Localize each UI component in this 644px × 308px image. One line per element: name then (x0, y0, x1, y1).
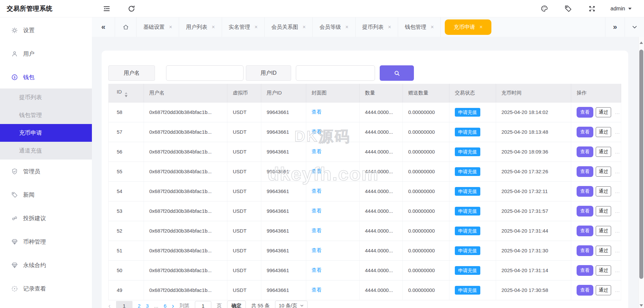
cover-view-link[interactable]: 查看 (312, 208, 322, 213)
sort-arrows-icon[interactable] (125, 92, 127, 97)
cover-view-link[interactable]: 查看 (312, 267, 322, 273)
close-icon[interactable]: × (479, 24, 482, 30)
cover-view-link[interactable]: 查看 (312, 188, 322, 194)
approve-button[interactable]: 通过 (596, 265, 611, 275)
cover-view-link[interactable]: 查看 (312, 109, 322, 115)
tabs-scroll-right-button[interactable]: » (605, 17, 625, 37)
sidebar-item-7[interactable]: 币种管理 (0, 234, 92, 249)
more-actions[interactable]: … (615, 109, 621, 115)
pagination-page-6[interactable]: 6 (164, 303, 166, 308)
pagination-prev[interactable]: ‹ (108, 302, 111, 308)
view-button[interactable]: 查看 (577, 107, 593, 118)
username-input[interactable] (166, 65, 244, 81)
cover-view-link[interactable]: 查看 (312, 168, 322, 174)
close-icon[interactable]: × (431, 24, 434, 30)
fullscreen-icon[interactable] (588, 5, 596, 13)
cover-view-link[interactable]: 查看 (312, 228, 322, 233)
sidebar-item-4[interactable]: 管理员 (0, 164, 92, 179)
view-button[interactable]: 查看 (577, 127, 593, 137)
more-actions[interactable]: … (615, 169, 621, 174)
column-header-ID[interactable]: ID (109, 84, 144, 102)
view-button[interactable]: 查看 (577, 245, 593, 256)
close-icon[interactable]: × (212, 24, 215, 30)
approve-button[interactable]: 通过 (596, 246, 611, 256)
view-button[interactable]: 查看 (577, 206, 593, 217)
pagination-page-current[interactable]: 1 (116, 301, 132, 308)
cover-view-link[interactable]: 查看 (312, 287, 322, 293)
more-actions[interactable]: … (615, 267, 621, 273)
close-icon[interactable]: × (303, 24, 306, 30)
view-button[interactable]: 查看 (577, 146, 593, 157)
approve-button[interactable]: 通过 (596, 107, 611, 117)
sidebar-item-1[interactable]: 设置 (0, 23, 92, 38)
menu-collapse-icon[interactable] (103, 5, 111, 13)
tab-会员关系图[interactable]: 会员关系图× (265, 17, 313, 37)
view-button[interactable]: 查看 (577, 285, 593, 296)
tab-基础设置[interactable]: 基础设置× (137, 17, 179, 37)
approve-button[interactable]: 通过 (596, 167, 611, 177)
goto-page-input[interactable] (195, 301, 211, 308)
approve-button[interactable]: 通过 (596, 226, 611, 236)
close-icon[interactable]: × (255, 24, 258, 30)
scrollbar-thumb[interactable] (639, 50, 643, 279)
approve-button[interactable]: 通过 (596, 127, 611, 137)
more-actions[interactable]: … (615, 248, 621, 253)
userid-input[interactable] (296, 65, 375, 81)
sort-desc-icon[interactable] (125, 95, 127, 97)
sidebar-subitem-充币申请[interactable]: 充币申请 (0, 124, 92, 142)
view-button[interactable]: 查看 (577, 265, 593, 276)
view-button[interactable]: 查看 (577, 226, 593, 236)
approve-button[interactable]: 通过 (596, 206, 611, 216)
view-button[interactable]: 查看 (577, 166, 593, 177)
admin-user-menu[interactable]: admin (610, 0, 632, 17)
sidebar-subitem-通道充值[interactable]: 通道充值 (0, 142, 92, 160)
more-actions[interactable]: … (615, 188, 621, 194)
sidebar-subitem-提币列表[interactable]: 提币列表 (0, 88, 92, 106)
cover-view-link[interactable]: 查看 (312, 247, 322, 253)
scrollbar-down-arrow[interactable] (639, 304, 644, 307)
sort-asc-icon[interactable] (125, 92, 127, 94)
sidebar-item-3[interactable]: $钱包 (0, 70, 92, 84)
close-icon[interactable]: × (388, 24, 391, 30)
tab-会员等级[interactable]: 会员等级× (313, 17, 355, 37)
tab-充币申请[interactable]: 充币申请× (445, 19, 491, 35)
tabs-scroll-left-button[interactable]: « (92, 17, 115, 37)
sidebar-item-label: 投拆建议 (23, 214, 46, 222)
close-icon[interactable]: × (345, 24, 348, 30)
tab-实名管理[interactable]: 实名管理× (222, 17, 265, 37)
sidebar-item-6[interactable]: 投拆建议 (0, 211, 92, 226)
search-button[interactable] (380, 65, 414, 81)
theme-palette-icon[interactable] (540, 5, 548, 13)
more-actions[interactable]: … (615, 129, 621, 135)
approve-button[interactable]: 通过 (596, 147, 611, 157)
view-button[interactable]: 查看 (577, 186, 593, 197)
more-actions[interactable]: … (615, 208, 621, 214)
goto-confirm-button[interactable]: 确定 (227, 301, 246, 308)
sidebar-item-2[interactable]: 用户 (0, 46, 92, 61)
more-actions[interactable]: … (615, 149, 621, 155)
home-tab-button[interactable] (115, 17, 137, 37)
tabs-menu-button[interactable] (625, 17, 644, 37)
tab-用户列表[interactable]: 用户列表× (179, 17, 222, 37)
refresh-icon[interactable] (127, 5, 136, 13)
cover-view-link[interactable]: 查看 (312, 129, 322, 134)
scrollbar-up-arrow[interactable] (639, 42, 644, 44)
vertical-scrollbar[interactable] (638, 37, 644, 308)
cover-view-link[interactable]: 查看 (312, 148, 322, 154)
tab-提币列表[interactable]: 提币列表× (356, 17, 398, 37)
pagination-next[interactable]: › (172, 302, 174, 308)
sidebar-subitem-钱包管理[interactable]: 钱包管理 (0, 106, 92, 124)
approve-button[interactable]: 通过 (596, 186, 611, 196)
close-icon[interactable]: × (169, 24, 172, 30)
sidebar-item-8[interactable]: 永续合约 (0, 258, 92, 272)
page-size-select[interactable]: 10 条/页 (275, 301, 308, 308)
sidebar-item-9[interactable]: 记录查看 (0, 281, 92, 296)
more-actions[interactable]: … (615, 228, 621, 234)
pagination-page-2[interactable]: 2 (138, 303, 141, 308)
sidebar-item-5[interactable]: 新闻 (0, 187, 92, 202)
approve-button[interactable]: 通过 (596, 285, 611, 295)
tag-icon[interactable] (564, 5, 572, 13)
more-actions[interactable]: … (615, 287, 621, 293)
pagination-page-3[interactable]: 3 (146, 303, 149, 308)
tab-钱包管理[interactable]: 钱包管理× (398, 17, 441, 37)
